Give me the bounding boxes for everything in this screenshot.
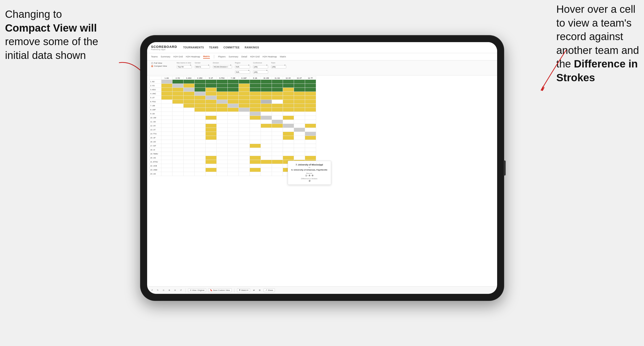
matrix-cell[interactable] [205, 124, 216, 128]
matrix-cell[interactable] [250, 104, 261, 108]
matrix-cell[interactable] [283, 116, 294, 120]
filter-team-wrapper[interactable]: (All) [271, 64, 286, 68]
matrix-cell[interactable] [205, 92, 216, 96]
matrix-cell[interactable] [183, 100, 194, 104]
matrix-cell[interactable] [272, 120, 283, 124]
matrix-cell[interactable] [194, 132, 205, 136]
matrix-cell[interactable] [161, 172, 172, 176]
matrix-cell[interactable] [239, 144, 250, 148]
matrix-cell[interactable] [250, 160, 261, 164]
matrix-cell[interactable] [294, 84, 305, 88]
matrix-cell[interactable] [172, 152, 183, 156]
matrix-cell[interactable] [161, 124, 172, 128]
matrix-cell[interactable] [161, 92, 172, 96]
matrix-cell[interactable] [227, 172, 239, 176]
matrix-cell[interactable] [161, 148, 172, 152]
matrix-cell[interactable] [205, 80, 216, 84]
matrix-cell[interactable] [216, 156, 227, 160]
matrix-cell[interactable] [205, 168, 216, 172]
matrix-cell[interactable] [283, 108, 294, 112]
matrix-cell[interactable] [183, 120, 194, 124]
matrix-cell[interactable] [261, 124, 272, 128]
filter-gender-wrapper[interactable]: Men's [195, 64, 210, 68]
matrix-cell[interactable] [227, 116, 239, 120]
matrix-cell[interactable] [250, 156, 261, 160]
matrix-cell[interactable] [161, 140, 172, 144]
filter-conference-wrapper2[interactable]: (All) [253, 69, 268, 74]
matrix-cell[interactable] [272, 140, 283, 144]
matrix-cell[interactable] [227, 92, 239, 96]
matrix-cell[interactable] [183, 124, 194, 128]
matrix-cell[interactable] [227, 160, 239, 164]
filter-team-select[interactable]: (All) [271, 65, 286, 68]
filter-conference-select1[interactable]: (All) [253, 65, 268, 68]
matrix-cell[interactable] [172, 96, 183, 100]
matrix-cell[interactable] [183, 168, 194, 172]
matrix-cell[interactable] [161, 96, 172, 100]
matrix-cell[interactable] [294, 152, 305, 156]
matrix-cell[interactable] [305, 80, 316, 84]
matrix-cell[interactable] [172, 88, 183, 92]
matrix-cell[interactable] [261, 140, 272, 144]
matrix-cell[interactable] [272, 80, 283, 84]
matrix-cell[interactable] [205, 104, 216, 108]
matrix-cell[interactable] [205, 88, 216, 92]
matrix-cell[interactable] [272, 148, 283, 152]
matrix-cell[interactable] [239, 88, 250, 92]
matrix-cell[interactable] [216, 100, 227, 104]
matrix-cell[interactable] [183, 128, 194, 132]
matrix-cell[interactable] [227, 88, 239, 92]
matrix-cell[interactable] [172, 108, 183, 112]
matrix-cell[interactable] [283, 156, 294, 160]
matrix-cell[interactable] [183, 148, 194, 152]
matrix-cell[interactable] [205, 84, 216, 88]
matrix-cell[interactable] [161, 84, 172, 88]
matrix-cell[interactable] [283, 120, 294, 124]
filter-region-select2[interactable]: N/A [235, 70, 250, 74]
matrix-cell[interactable] [283, 132, 294, 136]
matrix-cell[interactable] [183, 160, 194, 164]
matrix-cell[interactable] [239, 156, 250, 160]
matrix-cell[interactable] [194, 124, 205, 128]
matrix-cell[interactable] [183, 140, 194, 144]
matrix-cell[interactable] [161, 128, 172, 132]
matrix-cell[interactable] [172, 100, 183, 104]
matrix-cell[interactable] [183, 88, 194, 92]
matrix-cell[interactable] [250, 108, 261, 112]
matrix-cell[interactable] [261, 120, 272, 124]
matrix-cell[interactable] [261, 108, 272, 112]
watch-button[interactable]: 👁 Watch ▾ [237, 288, 250, 292]
matrix-cell[interactable] [261, 128, 272, 132]
matrix-cell[interactable] [227, 132, 239, 136]
full-view-radio[interactable] [151, 62, 153, 64]
matrix-cell[interactable] [272, 92, 283, 96]
matrix-cell[interactable] [172, 84, 183, 88]
matrix-cell[interactable] [183, 152, 194, 156]
compact-view-option[interactable]: Compact View [151, 65, 174, 67]
matrix-cell[interactable] [205, 96, 216, 100]
matrix-cell[interactable] [261, 92, 272, 96]
matrix-cell[interactable] [227, 104, 239, 108]
matrix-cell[interactable] [283, 88, 294, 92]
matrix-cell[interactable] [272, 164, 283, 168]
matrix-cell[interactable] [305, 92, 316, 96]
matrix-cell[interactable] [227, 84, 239, 88]
matrix-cell[interactable] [205, 144, 216, 148]
matrix-cell[interactable] [216, 96, 227, 100]
matrix-cell[interactable] [172, 160, 183, 164]
matrix-cell[interactable] [161, 104, 172, 108]
subnav-players-summary[interactable]: Summary [229, 55, 239, 58]
matrix-cell[interactable] [294, 148, 305, 152]
matrix-cell[interactable] [172, 144, 183, 148]
matrix-cell[interactable] [194, 108, 205, 112]
nav-tournaments[interactable]: TOURNAMENTS [183, 46, 204, 49]
matrix-cell[interactable] [194, 116, 205, 120]
matrix-cell[interactable] [205, 120, 216, 124]
subnav-teams[interactable]: Teams [151, 55, 158, 58]
matrix-cell[interactable] [294, 96, 305, 100]
matrix-cell[interactable] [216, 112, 227, 116]
matrix-cell[interactable] [305, 136, 316, 140]
matrix-cell[interactable] [205, 140, 216, 144]
matrix-cell[interactable] [194, 148, 205, 152]
matrix-cell[interactable] [261, 164, 272, 168]
